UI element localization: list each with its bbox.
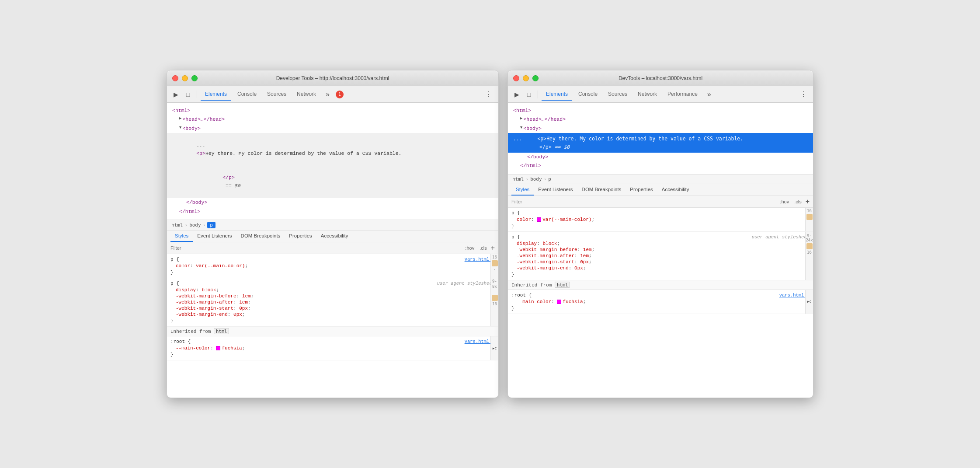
dom-line-close-html[interactable]: </html>	[167, 207, 498, 216]
prop-margin-start-right[interactable]: -webkit-margin-start: 0px;	[508, 259, 813, 265]
inspect-icon-right[interactable]: □	[524, 89, 534, 100]
traffic-lights-right	[513, 75, 539, 81]
color-swatch-right[interactable]	[537, 217, 541, 222]
prop-main-color-right[interactable]: --main-color : fuchsia ;	[508, 299, 813, 305]
prop-main-color-left[interactable]: --main-color : fuchsia ;	[167, 345, 498, 351]
prop-margin-after-right[interactable]: -webkit-margin-after: 1em;	[508, 253, 813, 259]
prop-margin-before-right[interactable]: -webkit-margin-before: 1em;	[508, 247, 813, 253]
prop-display-left[interactable]: display: block;	[167, 287, 498, 293]
dom-line-head-right[interactable]: ▶ <head>…</head>	[508, 115, 813, 124]
dom-line-close-body-right[interactable]: </body>	[508, 153, 813, 161]
menu-button-right[interactable]: ⋮	[797, 88, 810, 100]
source-root-right[interactable]: vars.html:2	[776, 293, 810, 298]
rule-p-color-left: p { vars.html:5 color : var(--main-color…	[167, 254, 498, 278]
dom-line-head[interactable]: ▶ <head>…</head>	[167, 115, 498, 124]
color-swatch-root-right[interactable]	[557, 300, 561, 304]
panel-tab-eventlisteners-right[interactable]: Event Listeners	[534, 184, 577, 196]
styles-content-left: p { vars.html:5 color : var(--main-color…	[167, 254, 498, 398]
breadcrumb-html-left[interactable]: html	[171, 222, 183, 228]
dom-line-body[interactable]: ▼ <body>	[167, 124, 498, 133]
tab-network-right[interactable]: Network	[633, 88, 661, 101]
dom-panel-right: <html> ▶ <head>…</head> ▼ <body> ... <p>…	[508, 103, 813, 175]
panel-tab-accessibility-left[interactable]: Accessibility	[316, 231, 353, 242]
dom-line-close-html-right[interactable]: </html>	[508, 161, 813, 170]
inherited-tag-left[interactable]: html	[214, 328, 229, 334]
window-title-left: Developer Tools – http://localhost:3000/…	[276, 75, 389, 81]
breadcrumb-right: html › body › p	[508, 175, 813, 184]
panel-tab-styles-left[interactable]: Styles	[170, 231, 193, 242]
panel-tab-styles-right[interactable]: Styles	[511, 184, 534, 196]
filter-input-right[interactable]	[511, 199, 778, 204]
prop-color-right[interactable]: color : var(--main-color) ;	[508, 217, 813, 223]
source-root-left[interactable]: vars.html:2	[461, 339, 495, 344]
selector-root-left: :root {	[170, 339, 191, 344]
minimize-button-right[interactable]	[523, 75, 529, 81]
source-p2-left: user agent stylesheet	[434, 281, 495, 286]
prop-color-left[interactable]: color : var(--main-color) ;	[167, 263, 498, 269]
toolbar-right: ▶ □ Elements Console Sources Network Per…	[508, 86, 813, 103]
filter-bar-left: :hov .cls +	[167, 242, 498, 254]
inspect-icon[interactable]: □	[183, 89, 193, 100]
more-tabs-left[interactable]: »	[323, 89, 332, 100]
styles-content-right: p { color : var(--main-color) ; } 16	[508, 208, 813, 398]
tab-console-right[interactable]: Console	[574, 88, 602, 101]
close-button[interactable]	[172, 75, 178, 81]
tab-sources-left[interactable]: Sources	[263, 88, 291, 101]
tab-elements-right[interactable]: Elements	[542, 88, 572, 101]
tab-sources-right[interactable]: Sources	[604, 88, 632, 101]
cls-button-left[interactable]: .cls	[478, 245, 488, 251]
breadcrumb-body-left[interactable]: body	[189, 222, 201, 228]
tab-elements-left[interactable]: Elements	[201, 88, 231, 101]
filter-bar-right: :hov .cls +	[508, 196, 813, 208]
maximize-button[interactable]	[191, 75, 198, 81]
cursor-icon[interactable]: ▶	[170, 89, 181, 100]
panel-tab-accessibility-right[interactable]: Accessibility	[657, 184, 694, 196]
panel-tab-dombreakpoints-right[interactable]: DOM Breakpoints	[577, 184, 626, 196]
inherited-tag-right[interactable]: html	[555, 282, 570, 288]
menu-button-left[interactable]: ⋮	[483, 88, 495, 100]
panel-tabs-right: Styles Event Listeners DOM Breakpoints P…	[508, 184, 813, 196]
tab-network-left[interactable]: Network	[292, 88, 320, 101]
dom-line-p[interactable]: ... <p>Hey there. My color is determined…	[167, 133, 498, 198]
panel-tab-properties-left[interactable]: Properties	[285, 231, 316, 242]
window-title-right: DevTools – localhost:3000/vars.html	[619, 75, 702, 81]
prop-margin-before-left[interactable]: -webkit-margin-before: 1em;	[167, 293, 498, 299]
dom-line-p-right[interactable]: ... <p>Hey there. My color is determined…	[508, 133, 813, 153]
prop-margin-end-left[interactable]: -webkit-margin-end: 0px;	[167, 311, 498, 318]
hov-button-left[interactable]: :hov	[464, 245, 476, 251]
panel-tab-dombreakpoints-left[interactable]: DOM Breakpoints	[236, 231, 285, 242]
dom-line-html[interactable]: <html>	[167, 106, 498, 115]
hov-button-right[interactable]: :hov	[778, 199, 790, 205]
breadcrumb-html-right[interactable]: html	[512, 176, 524, 182]
prop-margin-start-left[interactable]: -webkit-margin-start: 0px;	[167, 305, 498, 311]
prop-margin-end-right[interactable]: -webkit-margin-end: 0px;	[508, 265, 813, 271]
add-rule-button-left[interactable]: +	[491, 244, 495, 252]
error-badge-left: 1	[336, 91, 344, 98]
color-swatch-left[interactable]	[216, 346, 220, 350]
more-tabs-right[interactable]: »	[705, 89, 714, 100]
dom-line-body-right[interactable]: ▼ <body>	[508, 124, 813, 133]
dom-line-close-body[interactable]: </body>	[167, 198, 498, 207]
maximize-button-right[interactable]	[532, 75, 539, 81]
prop-display-right[interactable]: display: block;	[508, 241, 813, 247]
dom-line-html-right[interactable]: <html>	[508, 106, 813, 115]
tab-console-left[interactable]: Console	[233, 88, 261, 101]
breadcrumb-p-left[interactable]: p	[207, 222, 215, 228]
source-p1-left[interactable]: vars.html:5	[461, 257, 495, 262]
cls-button-right[interactable]: .cls	[793, 199, 803, 205]
scroll-gutter-r3: ▶c	[805, 290, 813, 314]
breadcrumb-p-right[interactable]: p	[548, 176, 551, 182]
close-button-right[interactable]	[513, 75, 519, 81]
add-rule-button-right[interactable]: +	[806, 198, 810, 206]
panel-tab-properties-right[interactable]: Properties	[626, 184, 657, 196]
selector-p2-left: p {	[170, 281, 179, 286]
title-bar-left: Developer Tools – http://localhost:3000/…	[167, 70, 498, 86]
tab-performance-right[interactable]: Performance	[663, 88, 702, 101]
traffic-lights	[172, 75, 198, 81]
filter-input-left[interactable]	[170, 245, 464, 251]
minimize-button[interactable]	[182, 75, 188, 81]
breadcrumb-body-right[interactable]: body	[530, 176, 542, 182]
prop-margin-after-left[interactable]: -webkit-margin-after: 1em;	[167, 299, 498, 305]
cursor-icon-right[interactable]: ▶	[511, 89, 522, 100]
panel-tab-eventlisteners-left[interactable]: Event Listeners	[193, 231, 236, 242]
